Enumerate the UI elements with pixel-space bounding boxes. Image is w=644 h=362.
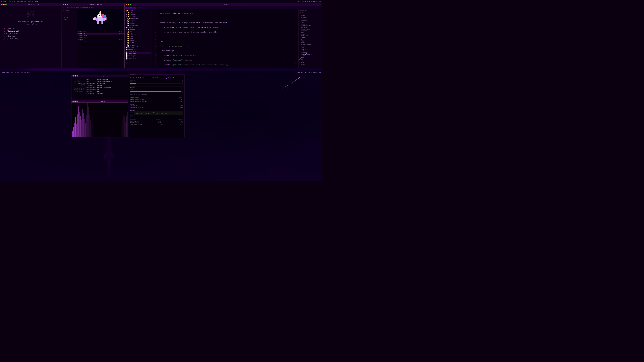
- outline-profile[interactable]: profile: [298, 18, 322, 20]
- min-btn[interactable]: [3, 4, 4, 5]
- viz-close-btn[interactable]: [72, 100, 74, 102]
- viz-bar-3: [76, 117, 76, 137]
- outline-nixpkgs-patched[interactable]: ▼ nixpkgs-patched: [298, 53, 322, 55]
- tree-homelab[interactable]: ▶ 📁 home.lab: [124, 17, 151, 19]
- tree-app[interactable]: 📁 app: [124, 32, 151, 34]
- outline-username[interactable]: username: [298, 30, 322, 32]
- outline-defaultroamdir[interactable]: defaultRoamDir: [298, 43, 322, 45]
- nf-max-btn[interactable]: [76, 75, 78, 77]
- tree-lang[interactable]: 📁 lang: [124, 36, 151, 37]
- outline-editor[interactable]: editor: [298, 50, 322, 52]
- qb-menu-closetab[interactable]: [x] [Close tab]: [3, 37, 58, 40]
- fm-close-btn[interactable]: [63, 4, 64, 5]
- tree-system[interactable]: 📁 system: [124, 26, 151, 28]
- tree-style[interactable]: 📁 style: [124, 41, 151, 43]
- fm-min-btn[interactable]: [65, 4, 66, 5]
- ce-min-btn[interactable]: [128, 4, 129, 5]
- tree-personal[interactable]: 📁 personal: [124, 19, 151, 21]
- outline-system[interactable]: system: [298, 15, 322, 16]
- fm-file-installorg[interactable]: install.org: [77, 34, 124, 36]
- outline-wm[interactable]: wm: [298, 38, 322, 40]
- nf-ascii-art: /\_/\ // \\ :::::::###\\ // :::::::::::#…: [73, 78, 85, 94]
- sm-cpu-value: 11: [182, 77, 183, 78]
- outline-bootmode[interactable]: bootMode: [298, 23, 322, 25]
- outline-timezone[interactable]: timezone: [298, 20, 322, 22]
- fm-file-flakelock[interactable]: flake.lock 27.5 K: [77, 31, 124, 33]
- tree-readme-root[interactable]: 📄 README.org: [124, 49, 151, 50]
- tree-patches[interactable]: ▶ 📁 patches: [124, 13, 151, 15]
- qb-menu-history[interactable]: [S h] [History]: [3, 32, 58, 35]
- outline-theme[interactable]: theme: [298, 37, 322, 38]
- outline-systemsettings[interactable]: ▼ systemSettings: [298, 13, 322, 15]
- sm-cpu-section: CPU - 1.53 1.14 0.78 CPU line 11 AVG: 13…: [129, 75, 184, 86]
- tab-dotfiles[interactable]: .dotfiles: [125, 7, 136, 9]
- tree-license[interactable]: 📄 LICENSE: [124, 47, 151, 49]
- qb-menu-quickmarks[interactable]: [b] [Quickmarks]: [3, 30, 58, 32]
- qb-main-area: ,.------.. / \ ,.--. \ | | / \ | | |/ ,-…: [0, 6, 61, 68]
- tree-hardware[interactable]: 📁 hardware: [124, 34, 151, 36]
- tree-hardensh[interactable]: 📄 harden.sh: [124, 54, 151, 56]
- tree-readme-profiles[interactable]: 📄 README.org: [124, 25, 151, 26]
- tree-themes[interactable]: ▼ 📁 themes: [124, 28, 151, 30]
- viz-min-btn[interactable]: [74, 100, 76, 102]
- tree-installorg[interactable]: 📄 install.org: [124, 56, 151, 58]
- outline-pkgs[interactable]: ▼ pkgs: [298, 62, 322, 63]
- outline-wmtype[interactable]: wmType: [298, 40, 322, 42]
- workspace-label: Tech: [2, 1, 6, 2]
- outline-np-patches[interactable]: patches: [298, 60, 322, 62]
- outline-np-src[interactable]: src: [298, 58, 322, 60]
- tree-dotfiles[interactable]: ▼ 📁 .dotfiles: [124, 10, 151, 12]
- outline-np-system[interactable]: system: [298, 55, 322, 57]
- fm-file-installsh[interactable]: install.sh: [77, 36, 124, 38]
- bottom-bar-right: Sat 2024-03-09 05:06:00 PM: [297, 72, 321, 74]
- nf-os-value: nixos 24.05 (uakari): [97, 80, 112, 82]
- outline-dotfilesdir[interactable]: dotfilesDir: [298, 35, 322, 37]
- outline-locale[interactable]: locale: [298, 22, 322, 23]
- qutebrowser-title: Tech Profile: [7, 4, 60, 5]
- fm-sb-themes[interactable]: themes: [62, 14, 77, 16]
- outline-fontpkg[interactable]: fontPkg: [298, 48, 322, 50]
- tree-readme-user[interactable]: 📄 README.org: [124, 45, 151, 47]
- viz-max-btn[interactable]: [76, 100, 78, 102]
- qb-menu-newtab[interactable]: [t] [New tab]: [3, 35, 58, 37]
- outline-browser[interactable]: browser: [298, 42, 322, 43]
- nf-min-btn[interactable]: [74, 75, 76, 77]
- outline-bootmountpath[interactable]: bootMountPath: [298, 25, 322, 27]
- qb-menu-search[interactable]: [o] [Search]: [3, 27, 58, 30]
- tree-profiles[interactable]: ▼ 📁 profiles: [124, 15, 151, 17]
- tree-worklab[interactable]: 📁 worklab: [124, 23, 151, 25]
- outline-font[interactable]: font: [298, 47, 322, 48]
- tree-flakenix[interactable]: 📄 flake.nix: [124, 52, 151, 54]
- outline-grubdevice[interactable]: grubDevice: [298, 27, 322, 28]
- nf-close-btn[interactable]: [72, 75, 74, 77]
- tree-git[interactable]: ▶ 📁 .git: [124, 12, 151, 13]
- tree-desktop-png[interactable]: 🖼 desktop.png: [124, 50, 151, 52]
- outline-usersettings[interactable]: ▼ userSettings: [298, 28, 322, 30]
- fm-file-license[interactable]: LICENSE 34.2 K: [77, 38, 124, 40]
- outline-email[interactable]: email: [298, 33, 322, 35]
- sm-temp-section: Temperatures Temp(C) card0 (amdgpu): edg…: [129, 96, 184, 103]
- cpu-value: 20%: [20, 1, 23, 2]
- tab-flakenix[interactable]: flake.nix: [136, 7, 147, 9]
- fm-file-readmeorg[interactable]: README.org: [77, 40, 124, 42]
- fm-max-btn[interactable]: [67, 4, 68, 5]
- ce-max-btn[interactable]: [130, 4, 131, 5]
- outline-term[interactable]: term: [298, 45, 322, 47]
- tree-installsh[interactable]: 📄 install.sh: [124, 58, 151, 60]
- outline-hostname[interactable]: hostname: [298, 16, 322, 18]
- fm-sb-external[interactable]: External: [62, 18, 77, 21]
- viz-bar-22: [94, 115, 95, 137]
- tree-shell[interactable]: 📁 shell: [124, 39, 151, 41]
- tree-pkgs[interactable]: 📁 pkgs: [124, 37, 151, 39]
- max-btn[interactable]: [5, 4, 6, 5]
- outline-pkgs-system[interactable]: system: [298, 63, 322, 65]
- fm-sb-documents[interactable]: Documents: [62, 12, 77, 14]
- outline-spawneditor[interactable]: spawnEditor: [298, 52, 322, 53]
- close-btn[interactable]: [1, 4, 2, 5]
- tree-work[interactable]: 📁 work: [124, 21, 151, 23]
- tree-user[interactable]: ▼ 📁 user: [124, 30, 151, 32]
- fm-file-flakenix[interactable]: flake.nix 2.26 K: [77, 33, 124, 34]
- ce-close-btn[interactable]: [126, 4, 127, 5]
- tree-wm[interactable]: 📁 wm: [124, 43, 151, 45]
- outline-name[interactable]: name: [298, 32, 322, 33]
